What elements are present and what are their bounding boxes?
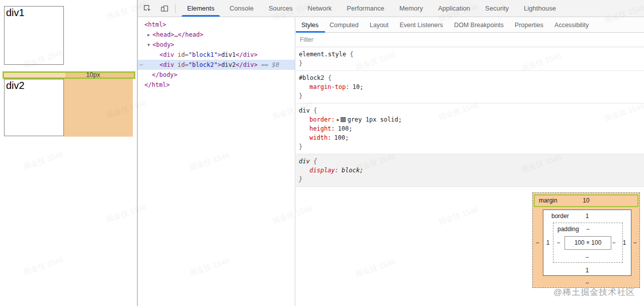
rule-element-style[interactable]: element.style { } (296, 47, 644, 71)
styles-subtab-bar: Styles Computed Layout Event Listeners D… (296, 18, 644, 33)
dom-row-div-block2-selected[interactable]: ⋯<divid="block2">div2</div>== $0 (138, 60, 295, 70)
margin-right-value[interactable]: − (631, 239, 638, 246)
padding-bottom-value[interactable]: − (543, 254, 631, 261)
prop-display[interactable]: display:block; (299, 166, 644, 175)
margin-overlay-right (64, 79, 133, 137)
expand-shorthand-icon[interactable]: ▶ (337, 118, 340, 122)
styles-filter-input[interactable] (296, 36, 447, 43)
inspect-element-icon[interactable] (140, 2, 155, 15)
padding-top-value[interactable]: − (553, 226, 622, 233)
tab-sources[interactable]: Sources (261, 0, 300, 17)
chevron-right-icon[interactable]: ▶ (147, 30, 152, 40)
margin-top-value[interactable]: 10 (535, 197, 637, 204)
margin-bottom-value[interactable]: − (543, 279, 631, 286)
dom-row-body-close[interactable]: </body> (138, 70, 295, 80)
page-div2-label: div2 (5, 79, 63, 91)
selected-node-hint: == $0 (261, 61, 279, 68)
tab-network[interactable]: Network (300, 0, 340, 17)
row-options-dots-icon[interactable]: ⋯ (139, 60, 143, 70)
tab-console[interactable]: Console (222, 0, 261, 17)
device-toolbar-icon[interactable] (157, 2, 172, 15)
prop-width[interactable]: width:100; (299, 133, 644, 142)
dom-row-html-close[interactable]: </html> (138, 80, 295, 90)
active-subtab-underline (296, 31, 325, 33)
subtab-computed[interactable]: Computed (324, 18, 364, 32)
rule-div[interactable]: div { border:▶grey 1px solid; height:100… (296, 104, 644, 154)
rendered-page: div1 10px div2 (0, 0, 138, 306)
margin-left-value[interactable]: − (534, 239, 541, 246)
devtools-toolbar: Elements Console Sources Network Perform… (138, 0, 644, 17)
prop-height[interactable]: height:100; (299, 124, 644, 133)
subtab-layout[interactable]: Layout (364, 18, 394, 32)
page-div1: div1 (4, 6, 64, 65)
chevron-down-icon[interactable]: ▼ (147, 40, 152, 50)
styles-sidebar: Styles Computed Layout Event Listeners D… (296, 18, 644, 306)
prop-margin-top[interactable]: margin-top:10; (299, 82, 644, 91)
border-bottom-value[interactable]: 1 (543, 267, 631, 274)
subtab-properties[interactable]: Properties (509, 18, 549, 32)
box-model-margin-area[interactable]: margin 10 border 1 padding − 100 × 100 −… (532, 192, 640, 288)
color-swatch-icon[interactable] (341, 117, 346, 122)
dom-row-body-open[interactable]: ▼<body> (138, 40, 295, 50)
devtools-window: Elements Console Sources Network Perform… (138, 0, 644, 306)
margin-size-tooltip: 10px (75, 71, 111, 78)
box-model-margin-top-highlight[interactable]: margin 10 (534, 194, 638, 207)
padding-left-value[interactable]: − (555, 239, 562, 246)
prop-border[interactable]: border:▶grey 1px solid; (299, 115, 644, 124)
tab-security[interactable]: Security (477, 0, 516, 17)
subtab-accessibility[interactable]: Accessibility (549, 18, 594, 32)
box-model-diagram: margin 10 border 1 padding − 100 × 100 −… (532, 192, 640, 288)
dom-row-html-open[interactable]: <html> (138, 20, 295, 30)
dom-row-div-block1[interactable]: <divid="block1">div1</div> (138, 50, 295, 60)
page-div2: div2 (4, 79, 64, 136)
margin-highlight-overlay (3, 71, 135, 79)
tab-lighthouse[interactable]: Lighthouse (516, 0, 564, 17)
border-top-value[interactable]: 1 (543, 213, 631, 220)
elements-tree-panel: <html> ▶<head>…</head> ▼<body> <divid="b… (138, 18, 295, 306)
tab-performance[interactable]: Performance (339, 0, 391, 17)
toolbar-separator (175, 4, 176, 13)
subtab-event-listeners[interactable]: Event Listeners (394, 18, 448, 32)
dom-row-head[interactable]: ▶<head>…</head> (138, 30, 295, 40)
rule-block2[interactable]: #block2 { margin-top:10; } (296, 71, 644, 104)
padding-right-value[interactable]: − (610, 239, 617, 246)
subtab-dom-breakpoints[interactable]: DOM Breakpoints (448, 18, 509, 32)
tab-memory[interactable]: Memory (392, 0, 431, 17)
styles-filter-row (296, 33, 644, 47)
border-right-value[interactable]: 1 (621, 239, 628, 246)
box-model-content-size[interactable]: 100 × 100 (565, 236, 611, 250)
rule-user-agent-div[interactable]: div { display:block; } (296, 154, 644, 187)
border-left-value[interactable]: 1 (544, 239, 551, 246)
tab-elements[interactable]: Elements (180, 0, 222, 17)
site-watermark: @稀土掘金技术社区 (553, 286, 635, 298)
active-tab-underline (182, 15, 220, 17)
subtab-styles[interactable]: Styles (296, 18, 324, 32)
page-div1-label: div1 (5, 7, 63, 19)
tab-application[interactable]: Application (431, 0, 478, 17)
